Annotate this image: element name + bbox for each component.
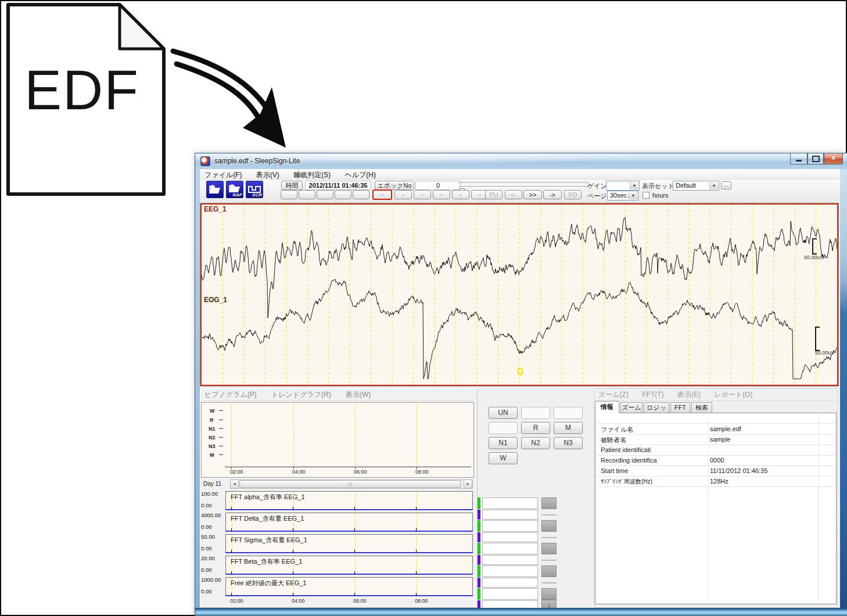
stage-shortcut-blank[interactable] <box>317 190 333 199</box>
scroll-right-icon[interactable]: ► <box>464 479 472 489</box>
trend-option-button[interactable] <box>541 588 557 600</box>
window-frame-bottom <box>195 608 847 616</box>
trend-upper-field[interactable] <box>482 497 538 509</box>
step-back-button[interactable]: <- <box>505 190 522 199</box>
title-bar[interactable]: sample.edf - SleepSign-Lite ✕ <box>195 153 847 169</box>
stage-button-blank[interactable] <box>521 407 550 419</box>
trend-upper-field[interactable] <box>482 543 538 554</box>
stage-shortcut-dash[interactable]: - <box>433 190 450 199</box>
menu-item-help[interactable]: ヘルプ(H) <box>340 169 383 180</box>
chevron-down-icon[interactable]: ▼ <box>629 192 637 199</box>
minimize-button[interactable] <box>790 153 807 164</box>
axis-tick <box>354 528 355 532</box>
page-down-button[interactable]: PD <box>564 190 582 199</box>
stage-button-w[interactable]: W <box>489 452 518 464</box>
tab-fft[interactable]: FFT <box>670 402 690 413</box>
trend-max-label: 100.00 <box>201 490 218 497</box>
stage-button-un[interactable]: UN <box>489 407 518 419</box>
stage-button-n3[interactable]: N3 <box>554 437 583 449</box>
stage-shortcut-blank[interactable] <box>353 190 369 199</box>
chevron-down-icon[interactable]: ▼ <box>709 182 718 189</box>
trend-lower-field[interactable] <box>482 510 538 520</box>
scroll-left-icon[interactable]: ◄ <box>230 479 239 489</box>
trend-strip: FFT Delta_含有量 EEG_1 <box>225 513 473 531</box>
trend-max-label: 4000.00 <box>201 512 221 518</box>
stage-button-blank[interactable] <box>489 422 518 434</box>
trend-upper-field[interactable] <box>482 588 538 600</box>
info-label: Start time <box>601 467 628 474</box>
info-row: Start time 11/11/2012 01:46:35 <box>596 465 835 477</box>
stage-button-m[interactable]: M <box>554 422 583 434</box>
stage-button-blank[interactable] <box>554 407 583 419</box>
hours-checkbox[interactable] <box>643 192 649 199</box>
trend-upper-field[interactable] <box>482 565 538 577</box>
time-tick-label: 04:00 <box>292 469 306 475</box>
gain-dropdown[interactable]: ▼ <box>606 181 640 191</box>
trend-option-button[interactable] <box>541 520 557 532</box>
trend-option-button[interactable] <box>541 565 557 577</box>
maximize-button[interactable] <box>807 153 824 164</box>
stage-button-panel: UN R M N1 N2 N3 W <box>478 388 590 608</box>
green-indicator-bar <box>478 565 480 577</box>
trend-lower-field[interactable] <box>482 578 538 588</box>
axis-tick <box>231 593 232 596</box>
trend-option-button[interactable] <box>541 497 557 509</box>
stage-shortcut-blank[interactable] <box>335 190 351 199</box>
tab-info[interactable]: 情報 <box>595 401 619 413</box>
minimize-icon <box>796 160 802 162</box>
tab-search[interactable]: 検索 <box>691 402 712 413</box>
more-options-button[interactable]: ... <box>721 181 731 189</box>
menu-item-hypnogram[interactable]: ヒプノグラム(P) <box>201 388 266 400</box>
eeg-display[interactable]: EEG_1 EOG_1 0 50.00uV 50.00uV <box>200 203 838 386</box>
display-set-dropdown[interactable]: Default ▼ <box>673 181 719 191</box>
epoch-no-button[interactable]: エポックNo <box>375 181 414 190</box>
stage-shortcut-dash[interactable]: - <box>414 190 431 199</box>
v-gridline <box>355 404 356 465</box>
menu-item-trendgraph[interactable]: トレンドグラフ(R) <box>268 388 340 400</box>
stage-shortcut-dash[interactable]: - <box>394 190 412 199</box>
chevron-down-icon[interactable]: ▼ <box>630 182 638 189</box>
menu-item-zoom[interactable]: ズーム(Z) <box>595 388 637 400</box>
trend-upper-field[interactable] <box>482 520 538 532</box>
menu-item-scoring[interactable]: 睡眠判定(S) <box>289 169 338 180</box>
page-up-button[interactable]: PU <box>485 190 503 199</box>
stage-button-n2[interactable]: N2 <box>521 437 550 449</box>
step-forward-button[interactable]: -> <box>543 190 562 199</box>
trend-lower-field[interactable] <box>482 555 538 565</box>
stage-button-n1[interactable]: N1 <box>489 437 518 449</box>
menu-item-report[interactable]: レポート(O) <box>710 388 760 400</box>
raf-icon-label: RAF <box>233 192 242 198</box>
stage-shortcut-blank[interactable] <box>299 190 315 199</box>
stage-button-r[interactable]: R <box>521 422 550 434</box>
menu-item-display[interactable]: 表示(W) <box>342 388 380 400</box>
day-scrollbar-thumb[interactable]: ||| <box>239 480 461 488</box>
info-row: Patient identificati <box>596 445 835 456</box>
stage-shortcut-selected[interactable]: - <box>372 189 392 200</box>
trend-option-button[interactable] <box>541 543 557 554</box>
menu-item-fft[interactable]: FFT(T) <box>638 389 672 399</box>
stage-shortcut-blank[interactable] <box>281 190 297 199</box>
green-indicator-bar <box>478 543 480 554</box>
menu-item-file[interactable]: ファイル(F) <box>200 169 249 180</box>
trend-lower-field[interactable] <box>482 532 538 542</box>
close-button[interactable]: ✕ <box>824 153 843 164</box>
stage-axis-label: M <box>210 452 214 458</box>
epoch-slider-track[interactable] <box>459 182 588 184</box>
tab-zoom[interactable]: ズーム <box>620 402 643 413</box>
stage-shortcut-dash[interactable]: - <box>452 190 469 199</box>
v-gridline <box>232 492 232 508</box>
open-file-button[interactable] <box>206 181 224 198</box>
open-scr-button[interactable]: SCR <box>246 181 263 198</box>
tab-logic[interactable]: ロジック <box>644 402 669 413</box>
time-tick-label: 08:00 <box>415 598 428 604</box>
edf-file-icon: EDF <box>5 2 167 198</box>
trend-max-label: 1000.00 <box>201 576 221 583</box>
time-mode-button[interactable]: 時間 <box>281 181 303 190</box>
menu-item-view2[interactable]: 表示(E) <box>674 388 709 400</box>
open-raf-button[interactable]: RAF <box>226 181 243 198</box>
fast-forward-button[interactable]: >> <box>523 190 542 199</box>
purple-indicator-bar <box>478 510 480 520</box>
page-duration-dropdown[interactable]: 30sec. ▼ <box>607 191 638 200</box>
menu-item-view[interactable]: 表示(V) <box>252 169 287 180</box>
datetime-display: 2012/11/11 01:46:35 <box>305 181 371 190</box>
